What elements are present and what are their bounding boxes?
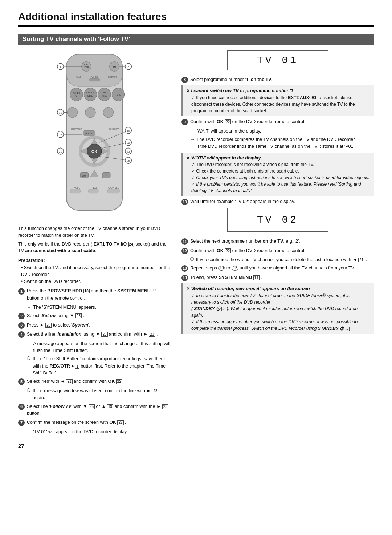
page-number: 27 [18,443,171,449]
step-num-6: 6 [18,404,25,410]
step-3: 3 Press ► 23 to select 'System'. [18,322,171,329]
step-num-7: 7 [18,420,25,426]
svg-text:STOP: STOP [82,174,87,177]
step-2-content: Select 'Set up' using ▼ 25 . [27,312,171,319]
step-num-2: 2 [18,313,25,319]
svg-rect-45 [89,189,99,193]
step-4: 4 Select the line 'Installation' using ▼… [18,331,171,338]
step-5-circle: If the message window was closed, confir… [18,388,171,402]
step-4-circle: If the 'Time Shift Buffer ' contains imp… [18,356,171,377]
prep-item-1: Switch on the TV, and if necessary, sele… [21,264,171,278]
svg-text:1: 1 [60,65,61,69]
svg-text:/OTR: /OTR [84,66,89,68]
step-num-4: 4 [18,331,25,338]
step-num-5: 5 [18,378,25,385]
svg-text:+: + [105,173,107,177]
svg-text:DISC: DISC [102,92,107,94]
svg-text:18: 18 [59,133,62,136]
svg-text:TV/HDD: TV/HDD [91,76,98,78]
step-9: 9 Confirm with OK 22 on the DVD recorder… [181,118,374,125]
svg-text:MENU: MENU [87,95,93,97]
prep-list: Switch on the TV, and if necessary, sele… [18,264,171,285]
step-num-8: 8 [181,77,188,83]
step-1-content: Press the BROWSER HDD 18 and then the SY… [27,288,171,302]
step-num-14: 14 [181,275,188,281]
step-4-content: Select the line 'Installation' using ▼ 2… [27,331,171,338]
svg-text:SYSTEM: SYSTEM [86,92,95,94]
step-6: 6 Select line 'Follow TV' with ▼ 25 or ▲… [18,403,171,417]
step-num-1: 1 [18,288,25,295]
left-column: REC /OTR ⏻ CAM TV/HDD RETURN TUNER Y SYS… [18,50,171,449]
step-num-10: 10 [181,199,188,205]
svg-text:OK: OK [91,149,98,154]
remote-svg: REC /OTR ⏻ CAM TV/HDD RETURN TUNER Y SYS… [54,50,134,218]
step-8-content: Select programme number '1' on the TV. [190,76,374,83]
step-11-content: Select the next programme number on the … [190,238,374,245]
step-14-content: To end, press SYSTEM MENU 11 . [190,274,374,281]
svg-point-23 [85,107,96,118]
step-12-circle: If you confirmed the wrong TV channel, y… [181,256,374,263]
step-7-arrow: → 'TV 01' will appear in the DVD recorde… [18,429,171,435]
svg-text:2: 2 [127,65,129,69]
step-10: 10 Wait until for example 'TV 02' appear… [181,198,374,205]
svg-text:CHANNEL: CHANNEL [108,187,119,189]
svg-point-24 [103,107,114,118]
svg-text:RETURN: RETURN [108,76,117,78]
step-9-content: Confirm with OK 22 on the DVD recorder r… [190,118,374,125]
step-1-arrow: → The 'SYSTEM MENU' appears. [18,304,171,311]
step-10-content: Wait until for example 'TV 02' appears i… [190,198,374,205]
svg-text:CAM: CAM [76,76,81,78]
svg-text:MENU: MENU [101,95,107,97]
step-12-content: Confirm with OK 22 on the DVD recorder r… [190,247,374,254]
svg-text:⏻: ⏻ [113,66,116,69]
step-2: 2 Select 'Set up' using ▼ 25 . [18,312,171,319]
svg-text:HDD ▲: HDD ▲ [85,133,93,135]
svg-rect-46 [107,189,119,193]
svg-text:TUNER: TUNER [73,92,80,94]
prep-item-2: Switch on the DVD recorder. [21,278,171,285]
svg-rect-44 [70,189,81,193]
svg-text:21: 21 [59,150,62,153]
step-8: 8 Select programme number '1' on the TV. [181,76,374,83]
svg-text:23: 23 [127,150,130,153]
svg-text:PLAY: PLAY [91,187,97,189]
svg-rect-10 [90,78,99,81]
step-12: 12 Confirm with OK 22 on the DVD recorde… [181,247,374,254]
left-steps: 1 Press the BROWSER HDD 18 and then the … [18,288,171,435]
step-11: 11 Select the next programme number on t… [181,238,374,245]
step-num-9: 9 [181,119,188,125]
step-14: 14 To end, press SYSTEM MENU 11 . [181,274,374,281]
svg-text:11: 11 [59,111,62,114]
step-num-3: 3 [18,322,25,329]
display-tv02: TV 02 [227,208,328,232]
step-9-arrow1: → 'WAIT' will appear in the display. [181,128,374,135]
display-tv01: TV 01 [227,50,328,70]
step-3-content: Press ► 23 to select 'System'. [27,322,171,329]
step-7-content: Confirm the message on the screen with O… [27,419,171,426]
step-7: 7 Confirm the message on the screen with… [18,419,171,426]
right-column: TV 01 8 Select programme number '1' on t… [181,50,374,449]
svg-text:25: 25 [127,159,130,162]
step-8-note: ✕ I cannot switch my TV to programme num… [181,85,374,116]
step-5: 5 Select 'Yes' with ◄ 21 and confirm wit… [18,378,171,385]
svg-text:Y: Y [75,95,77,97]
step-num-11: 11 [181,238,188,245]
step-13: 13 Repeat steps 10 to 12 until you have … [181,265,374,272]
step-num-12: 12 [181,248,188,254]
right-steps: 8 Select programme number '1' on the TV.… [181,76,374,334]
svg-point-22 [67,107,78,118]
section-title: Sorting TV channels with 'Follow TV' [18,34,374,45]
intro-paragraph: This function changes the order of the T… [18,225,171,254]
prep-heading: Preparation: [18,258,171,263]
step-5-content: Select 'Yes' with ◄ 21 and confirm with … [27,378,171,385]
step-9-note: ✕ 'NOTV' will appear in the display. The… [181,153,374,196]
step-num-13: 13 [181,265,188,272]
final-note: ✕ 'Switch off recorder, new preset' appe… [181,283,374,334]
svg-text:19: 19 [127,129,130,133]
step-4-arrow: → A message appears on the screen that t… [18,340,171,354]
svg-text:INFO: INFO [116,94,121,96]
step-6-content: Select line 'Follow TV' with ▼ 25 or ▲ 1… [27,403,171,417]
svg-text:PAUSE: PAUSE [73,187,80,189]
svg-text:GUIDE/TV: GUIDE/TV [109,128,119,130]
svg-text:22: 22 [127,141,130,145]
